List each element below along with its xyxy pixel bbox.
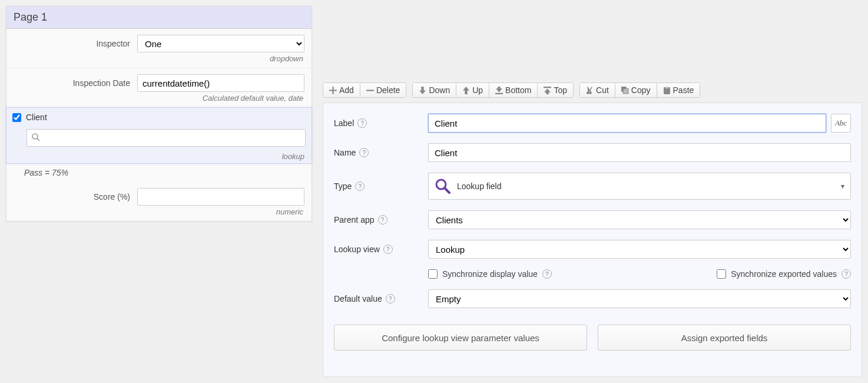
arrow-top-icon xyxy=(544,87,551,94)
pass-text: Pass = 75% xyxy=(6,163,312,182)
cut-button[interactable]: Cut xyxy=(580,83,615,97)
bottom-button[interactable]: Bottom xyxy=(489,83,538,97)
help-icon[interactable]: ? xyxy=(357,118,367,128)
up-button[interactable]: Up xyxy=(456,83,489,97)
configure-lookup-button[interactable]: Configure lookup view parameter values xyxy=(334,325,587,351)
paste-icon xyxy=(663,87,671,94)
label-caption: Label xyxy=(334,118,354,128)
field-client-selected[interactable]: Client lookup xyxy=(6,107,312,164)
arrow-down-icon xyxy=(419,87,426,94)
help-icon[interactable]: ? xyxy=(359,148,369,157)
svg-point-0 xyxy=(32,134,38,139)
plus-icon xyxy=(329,87,337,94)
sync-display-checkbox[interactable]: Synchronize display value ? xyxy=(428,269,552,279)
field-inspector: Inspector One dropdown xyxy=(6,29,312,68)
type-caption: Type xyxy=(334,181,352,191)
help-icon[interactable]: ? xyxy=(842,269,851,279)
type-value: Lookup field xyxy=(457,181,502,191)
lookup-view-select[interactable]: Lookup xyxy=(428,240,851,259)
inspector-hint: dropdown xyxy=(14,52,304,65)
inspection-date-label: Inspection Date xyxy=(14,78,137,88)
arrow-bottom-icon xyxy=(495,87,503,94)
copy-button[interactable]: Copy xyxy=(615,83,657,97)
svg-rect-2 xyxy=(366,90,374,91)
inspection-date-hint: Calculated default value, date xyxy=(14,92,304,105)
svg-rect-6 xyxy=(665,87,668,88)
default-value-caption: Default value xyxy=(334,294,382,303)
client-hint: lookup xyxy=(6,150,312,163)
copy-icon xyxy=(621,87,629,94)
sync-export-checkbox[interactable]: Synchronize exported values ? xyxy=(717,269,851,279)
top-button[interactable]: Top xyxy=(538,83,573,97)
score-hint: numeric xyxy=(14,206,304,219)
client-lookup-input[interactable] xyxy=(26,129,306,147)
help-icon[interactable]: ? xyxy=(355,181,365,191)
help-icon[interactable]: ? xyxy=(542,269,552,279)
help-icon[interactable]: ? xyxy=(378,215,387,224)
inspection-date-input[interactable] xyxy=(137,74,304,92)
assign-exported-button[interactable]: Assign exported fields xyxy=(598,325,851,351)
help-icon[interactable]: ? xyxy=(383,245,393,254)
name-input[interactable] xyxy=(428,143,851,162)
svg-line-8 xyxy=(445,188,449,193)
help-icon[interactable]: ? xyxy=(386,294,395,303)
svg-rect-4 xyxy=(623,88,628,94)
client-label: Client xyxy=(26,113,47,122)
svg-line-1 xyxy=(37,138,39,141)
score-label: Score (%) xyxy=(14,192,137,202)
arrow-up-icon xyxy=(462,87,470,94)
search-icon xyxy=(31,133,41,144)
score-input[interactable] xyxy=(137,188,304,206)
minus-icon xyxy=(366,87,374,94)
down-button[interactable]: Down xyxy=(413,83,456,97)
name-caption: Name xyxy=(334,148,356,157)
add-button[interactable]: Add xyxy=(323,83,360,97)
delete-button[interactable]: Delete xyxy=(360,83,406,97)
magnifier-icon xyxy=(435,178,451,194)
client-checkbox[interactable] xyxy=(12,113,21,122)
label-input[interactable] xyxy=(428,114,826,133)
page-title: Page 1 xyxy=(6,6,312,29)
lookup-view-caption: Lookup view xyxy=(334,245,380,254)
field-inspection-date: Inspection Date Calculated default value… xyxy=(6,68,312,108)
inspector-select[interactable]: One xyxy=(137,35,304,52)
field-score: Score (%) numeric xyxy=(6,182,312,221)
type-select[interactable]: Lookup field xyxy=(428,173,851,200)
abc-button[interactable]: Abc xyxy=(831,114,851,133)
default-value-select[interactable]: Empty xyxy=(428,289,851,308)
inspector-label: Inspector xyxy=(14,39,137,48)
scissors-icon xyxy=(586,87,594,94)
parent-app-caption: Parent app xyxy=(334,215,375,224)
parent-app-select[interactable]: Clients xyxy=(428,210,851,229)
paste-button[interactable]: Paste xyxy=(657,83,700,97)
